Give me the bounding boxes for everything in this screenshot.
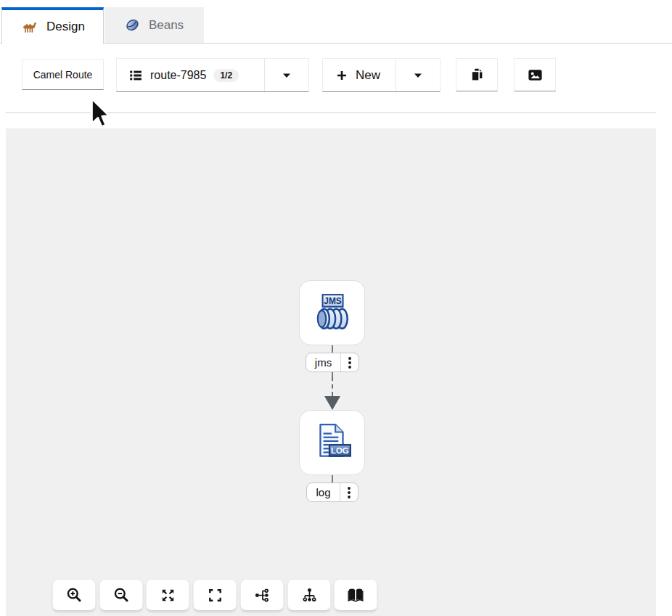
- edge-stub: [332, 475, 333, 482]
- node-jms-label-pill: jms: [306, 353, 359, 372]
- toolbar-divider: [6, 112, 656, 113]
- new-route-label: New: [356, 68, 380, 83]
- edge-stub: [332, 345, 333, 353]
- new-route-split-button: New: [322, 58, 441, 92]
- plus-icon: [336, 70, 348, 81]
- kaoto-route-designer: Design Beans Camel Route: [0, 0, 672, 616]
- tab-beans-label: Beans: [149, 18, 184, 33]
- route-canvas[interactable]: JMS jms: [6, 128, 656, 616]
- bean-icon: [125, 17, 140, 33]
- vertical-layout-button[interactable]: [287, 579, 331, 611]
- magnifier-minus-icon: [112, 586, 130, 604]
- edge-arrowhead: [324, 396, 340, 410]
- caret-down-icon: [414, 73, 422, 78]
- jms-component-icon: JMS: [311, 292, 353, 334]
- log-component-icon: LOG: [311, 422, 353, 464]
- new-route-caret-button[interactable]: [396, 59, 440, 91]
- tab-design[interactable]: Design: [1, 7, 104, 44]
- node-log[interactable]: LOG: [299, 410, 365, 475]
- svg-text:LOG: LOG: [331, 446, 349, 455]
- route-selector-dropdown[interactable]: route-7985 1/2: [116, 58, 309, 92]
- expand-arrows-icon: [160, 587, 176, 604]
- node-log-label-pill: log: [306, 482, 358, 502]
- export-image-button[interactable]: [514, 58, 556, 91]
- svg-text:JMS: JMS: [324, 296, 342, 306]
- tab-design-label: Design: [46, 20, 85, 34]
- node-log-kebab-button[interactable]: [340, 483, 358, 501]
- list-icon: [128, 68, 143, 83]
- horizontal-layout-button[interactable]: [240, 579, 284, 611]
- fit-to-screen-button[interactable]: [193, 579, 237, 611]
- corner-brackets-icon: [207, 587, 224, 604]
- new-route-button[interactable]: New: [323, 59, 396, 91]
- sitemap-horizontal-icon: [254, 587, 271, 604]
- kebab-icon: [347, 486, 351, 499]
- node-jms-kebab-button[interactable]: [341, 353, 358, 371]
- zoom-in-button[interactable]: [52, 579, 96, 611]
- zoom-out-button[interactable]: [99, 579, 143, 611]
- node-log-label: log: [307, 483, 340, 501]
- kebab-icon: [348, 356, 352, 369]
- mouse-cursor: [87, 96, 112, 131]
- copy-icon: [469, 67, 485, 83]
- catalog-button[interactable]: [334, 579, 377, 611]
- node-jms[interactable]: JMS: [299, 280, 365, 345]
- route-selector-caret-button[interactable]: [265, 59, 308, 91]
- route-name: route-7985: [150, 69, 206, 82]
- expand-button[interactable]: [146, 579, 189, 611]
- magnifier-plus-icon: [65, 586, 83, 604]
- camel-icon: [20, 18, 38, 36]
- copy-button[interactable]: [456, 58, 498, 91]
- tab-beans[interactable]: Beans: [105, 7, 204, 43]
- route-count-badge: 1/2: [213, 69, 239, 82]
- route-selector-content[interactable]: route-7985 1/2: [117, 68, 264, 83]
- edge-jms-to-log: [332, 377, 333, 396]
- image-icon: [527, 67, 544, 83]
- flow-type-button[interactable]: Camel Route: [22, 59, 104, 90]
- open-book-icon: [347, 586, 364, 604]
- node-jms-label: jms: [306, 353, 340, 371]
- sitemap-vertical-icon: [301, 587, 318, 604]
- caret-down-icon: [282, 73, 291, 78]
